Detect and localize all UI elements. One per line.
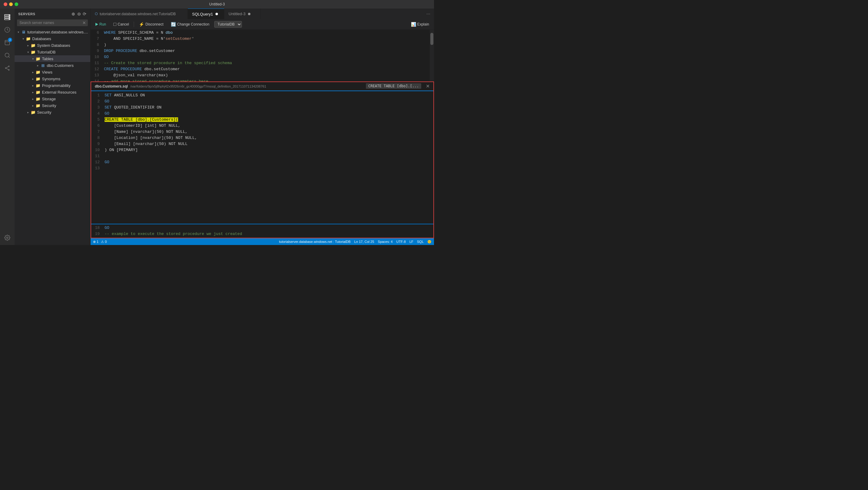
tables-label: Tables: [42, 57, 54, 61]
tree-item-views[interactable]: 📁 Views: [14, 69, 90, 75]
tree-item-tutorialdb[interactable]: 📁 TutorialDB: [14, 49, 90, 55]
server-label: tutorialserver.database.windows....: [27, 30, 88, 34]
activity-icon-servers[interactable]: [1, 11, 13, 23]
server-arrow: [16, 29, 21, 34]
scroll-thumb[interactable]: [430, 33, 433, 45]
folder-icon-ext: 📁: [35, 89, 41, 95]
panel-path: /var/folders/9p/x5j8hphj42x95f26rn6r_gc4…: [130, 85, 266, 88]
tree-item-external-resources[interactable]: 📁 External Resources: [14, 89, 90, 95]
prog-arrow: [30, 83, 35, 88]
run-triangle-icon: [95, 23, 98, 26]
status-errors[interactable]: ⊗ 1: [93, 240, 98, 244]
folder-icon: 📁: [26, 36, 31, 41]
panel-code[interactable]: 1 SET ANSI_NULLS ON 2 GO 3 SET QUOTED_ID…: [91, 91, 433, 224]
disconnect-icon[interactable]: ⊖: [77, 11, 81, 17]
tree-item-tables[interactable]: 📁 Tables: [14, 55, 90, 62]
activity-icon-settings[interactable]: [1, 233, 13, 245]
panel-line-7: 7 [Name] [nvarchar](50) NOT NULL,: [91, 129, 433, 135]
status-warnings[interactable]: ⚠ 0: [101, 240, 107, 244]
panel-header: dbo.Customers.sql /var/folders/9p/x5j8hp…: [91, 82, 433, 91]
status-connection: tutorialserver.database.windows.net : Tu…: [279, 240, 350, 243]
search-input[interactable]: [17, 20, 88, 26]
tree-item-storage[interactable]: 📁 Storage: [14, 95, 90, 102]
synonyms-label: Synonyms: [42, 76, 60, 81]
explain-icon: 📊: [411, 22, 416, 27]
ext-arrow: [30, 90, 35, 95]
sidebar: SERVERS ⊕ ⊖ ⟳ ✕ 🖥 tutorialserver.databas…: [14, 8, 91, 245]
tree-item-databases[interactable]: 📁 Databases: [14, 35, 90, 42]
activity-icon-accounts[interactable]: 2: [1, 36, 13, 49]
accounts-badge: 2: [8, 38, 12, 42]
cancel-button[interactable]: Cancel: [111, 21, 131, 27]
sqlquery1-label: SQLQuery1: [192, 12, 213, 17]
tab-untitled3[interactable]: Untitled-3: [224, 8, 261, 19]
tab-more-button[interactable]: ···: [423, 8, 434, 19]
activity-icon-search[interactable]: [1, 49, 13, 61]
svg-point-13: [8, 69, 9, 70]
tree-item-security1[interactable]: 📁 Security: [14, 102, 90, 109]
panel-line-8: 8 [Location] [nvarchar](50) NOT NULL,: [91, 135, 433, 141]
status-encoding[interactable]: UTF-8: [396, 240, 406, 243]
new-connection-icon[interactable]: ⊕: [71, 11, 75, 17]
panel-line-11: 11: [91, 153, 433, 159]
change-conn-icon: 🔄: [171, 22, 176, 27]
tree-item-customers[interactable]: ⊞ dbo.Customers: [14, 62, 90, 69]
panel-line-4: 4 GO: [91, 111, 433, 117]
minimize-button[interactable]: [9, 2, 13, 6]
tab-connection[interactable]: ⬡ tutorialserver.database.windows.net:Tu…: [91, 8, 188, 19]
database-selector[interactable]: TutorialDB: [214, 21, 242, 28]
code-line-11: 11 -- Create the stored procedure in the…: [91, 60, 434, 66]
databases-arrow: [21, 36, 26, 41]
code-line-9: 9 DROP PROCEDURE dbo.setCustomer: [91, 48, 434, 54]
tree-item-programmability[interactable]: 📁 Programmability: [14, 82, 90, 89]
activity-bar: 2: [0, 8, 14, 245]
table-icon: ⊞: [40, 63, 45, 68]
folder-icon-storage: 📁: [35, 96, 41, 101]
explain-button[interactable]: 📊 Explain: [408, 21, 432, 28]
clear-search-icon[interactable]: ✕: [82, 20, 86, 25]
run-button[interactable]: Run: [93, 21, 108, 27]
maximize-button[interactable]: [14, 2, 18, 6]
system-databases-label: System Databases: [37, 43, 70, 48]
panel-close-button[interactable]: ✕: [426, 83, 430, 89]
folder-icon-tables: 📁: [35, 56, 41, 61]
window-controls[interactable]: [4, 2, 18, 6]
sqlquery1-dot: [215, 13, 218, 15]
tree-item-security2[interactable]: 📁 Security: [14, 109, 90, 116]
tree-item-server[interactable]: 🖥 tutorialserver.database.windows....: [14, 29, 90, 35]
disconnect-label: Disconnect: [145, 22, 163, 26]
folder-icon-system: 📁: [30, 42, 36, 48]
status-smiley: 🙂: [427, 240, 432, 244]
system-db-arrow: [26, 43, 30, 48]
main-editor[interactable]: 6 WHERE SPECIFIC_SCHEMA = N dbo 7 AND SP…: [91, 30, 434, 85]
svg-point-4: [9, 17, 10, 18]
views-arrow: [30, 70, 35, 74]
tab-bar: ⬡ tutorialserver.database.windows.net:Tu…: [91, 8, 434, 19]
activity-icon-git[interactable]: [1, 62, 13, 74]
status-line-ending[interactable]: LF: [409, 240, 413, 243]
svg-point-5: [9, 19, 10, 20]
status-position[interactable]: Ln 17, Col 25: [354, 240, 374, 243]
status-bar: ⊗ 1 ⚠ 0 tutorialserver.database.windows.…: [91, 238, 434, 245]
refresh-icon[interactable]: ⟳: [83, 11, 87, 17]
disconnect-button[interactable]: ⚡ Disconnect: [136, 21, 166, 28]
activity-icon-history[interactable]: [1, 24, 13, 36]
status-language[interactable]: SQL: [417, 240, 424, 243]
panel-line-2: 2 GO: [91, 98, 433, 104]
status-spaces[interactable]: Spaces: 4: [378, 240, 393, 243]
explain-area: 📊 Explain: [408, 21, 432, 28]
connection-bar: Run Cancel ⚡ Disconnect 🔄 Change Connect…: [91, 19, 434, 30]
tree-item-system-databases[interactable]: 📁 System Databases: [14, 42, 90, 49]
folder-icon-prog: 📁: [35, 83, 41, 88]
tab-sqlquery1[interactable]: SQLQuery1: [188, 8, 224, 19]
db-tab-icon: ⬡: [95, 12, 98, 16]
change-connection-button[interactable]: 🔄 Change Connection: [168, 21, 212, 28]
titlebar: Untitled-3: [0, 0, 434, 8]
panel-line-6: 6 [CustomerID] [int] NOT NULL,: [91, 123, 433, 129]
external-resources-label: External Resources: [42, 90, 76, 95]
server-icon: 🖥: [21, 29, 26, 35]
tree-item-synonyms[interactable]: 📁 Synonyms: [14, 75, 90, 82]
close-button[interactable]: [4, 2, 7, 6]
panel-line-5: 5 CREATE TABLE [dbo].[Customers](: [91, 117, 433, 123]
sidebar-title: SERVERS: [18, 12, 35, 16]
